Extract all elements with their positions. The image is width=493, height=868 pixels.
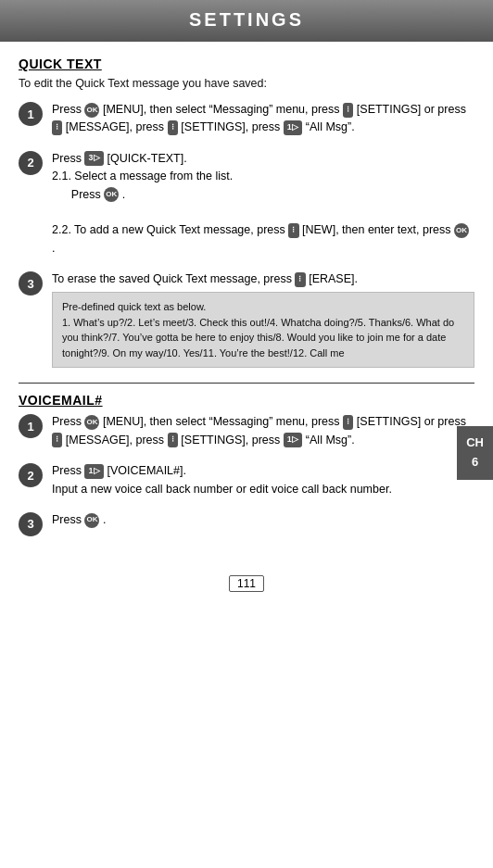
voicemail-step-2: 2 Press 1▷ [VOICEMAIL#]. Input a new voi… <box>19 462 474 498</box>
quick-text-heading: QUICK TEXT <box>19 57 474 71</box>
predefined-quicktext-box: Pre-defined quick text as below. 1. What… <box>52 292 474 368</box>
step-2-content: Press 3▷ [QUICK-TEXT]. 2.1. Select a mes… <box>52 150 474 258</box>
one-button-vm1: 1▷ <box>284 433 303 447</box>
new-button-icon-2: ⁝ <box>288 223 298 238</box>
quick-text-step-2: 2 Press 3▷ [QUICK-TEXT]. 2.1. Select a m… <box>19 150 474 258</box>
ok-button-vm3: OK <box>84 513 99 528</box>
ok-button-vm1: OK <box>84 415 99 430</box>
message-button-vm1: ⁝ <box>52 433 62 447</box>
voicemail-step-1: 1 Press OK [MENU], then select “Messagin… <box>19 413 474 449</box>
vm-step-3-content: Press OK . <box>52 511 474 529</box>
step-1-content: Press OK [MENU], then select “Messaging”… <box>52 101 474 137</box>
page-header: SETTINGS <box>0 0 493 42</box>
page-number: 111 <box>0 577 493 599</box>
settings-button-icon-1b: ⁝ <box>168 120 178 135</box>
one-button-icon-1: 1▷ <box>284 120 303 135</box>
vm-step-2-content: Press 1▷ [VOICEMAIL#]. Input a new voice… <box>52 462 474 498</box>
header-title: SETTINGS <box>189 9 304 30</box>
voicemail-heading: VOICEMAIL# <box>19 393 474 408</box>
vm-step-number-2: 2 <box>19 463 43 487</box>
settings-button-vm1b: ⁝ <box>168 433 178 447</box>
ok-button-icon-2a: OK <box>104 187 119 202</box>
vm-step-number-1: 1 <box>19 414 43 438</box>
erase-button-icon-3: ⁝ <box>295 272 305 287</box>
step-number-3: 3 <box>19 271 43 296</box>
message-button-icon-1: ⁝ <box>52 120 62 135</box>
section-divider <box>19 383 474 384</box>
voicemail-section: VOICEMAIL# 1 Press OK [MENU], then selec… <box>19 393 474 536</box>
ok-button-icon-2b: OK <box>454 223 469 238</box>
main-content: QUICK TEXT To edit the Quick Text messag… <box>0 42 493 568</box>
step-3-content: To erase the saved Quick Text message, p… <box>52 270 474 368</box>
one-button-vm2: 1▷ <box>84 464 104 479</box>
settings-button-icon-1a: ⁝ <box>343 103 353 118</box>
chapter-sidebar: CH6 <box>457 426 493 480</box>
quick-text-step-1: 1 Press OK [MENU], then select “Messagin… <box>19 101 474 137</box>
vm-step-1-content: Press OK [MENU], then select “Messaging”… <box>52 413 474 449</box>
step-number-1: 1 <box>19 102 43 126</box>
three-button-icon-2: 3▷ <box>84 151 104 166</box>
ch-label: CH6 <box>466 434 484 472</box>
vm-step-number-3: 3 <box>19 512 43 536</box>
ok-button-icon-1: OK <box>84 103 99 118</box>
settings-button-vm1a: ⁝ <box>343 415 353 430</box>
quick-text-step-3: 3 To erase the saved Quick Text message,… <box>19 270 474 368</box>
quick-text-section: QUICK TEXT To edit the Quick Text messag… <box>19 57 474 368</box>
step-number-2: 2 <box>19 151 43 175</box>
quick-text-intro: To edit the Quick Text message you have … <box>19 77 474 90</box>
voicemail-step-3: 3 Press OK . <box>19 511 474 536</box>
